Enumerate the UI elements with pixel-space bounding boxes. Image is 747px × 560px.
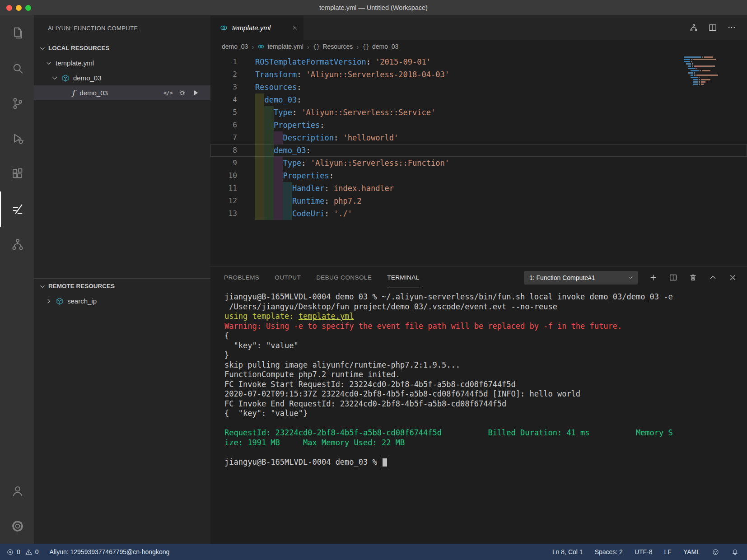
error-count-group: 0 xyxy=(6,548,20,556)
close-panel-icon[interactable] xyxy=(728,273,737,282)
terminal-line: FunctionCompute php7.2 runtime inited. xyxy=(224,370,741,380)
edit-event-code-icon[interactable]: </> xyxy=(163,89,173,96)
zoom-window-button[interactable] xyxy=(25,5,31,11)
tab-problems[interactable]: PROBLEMS xyxy=(224,267,259,288)
eol-status[interactable]: LF xyxy=(664,548,672,555)
status-bar-right: Ln 8, Col 1 Spaces: 2 UTF-8 LF YAML xyxy=(552,548,739,556)
editor-actions xyxy=(689,15,747,40)
code-line[interactable]: 12Runtime: php7.2 xyxy=(210,195,747,207)
run-debug-icon[interactable] xyxy=(0,121,34,156)
terminal-line: jiangyu@B-165MLVDL-0004 demo_03 % xyxy=(224,457,741,467)
aliyun-account-status[interactable]: Aliyun: 1295939377467795@cn-hongkong xyxy=(50,548,170,555)
window-controls xyxy=(6,0,31,15)
invoke-play-icon[interactable] xyxy=(192,89,200,97)
line-number: 6 xyxy=(210,119,237,131)
terminal-line: using template: template.yml xyxy=(224,312,741,322)
tab-template-yml[interactable]: template.yml xyxy=(210,15,303,40)
explorer-icon[interactable] xyxy=(0,15,34,51)
aliyun-function-compute-icon[interactable] xyxy=(0,191,34,227)
code-line[interactable]: 7Description: 'helloworld' xyxy=(210,131,747,144)
tab-output[interactable]: OUTPUT xyxy=(275,267,301,288)
line-number: 2 xyxy=(210,68,237,81)
tree-item-search-ip[interactable]: search_ip xyxy=(34,294,210,308)
tree-item-actions: </> xyxy=(163,89,210,97)
feedback-smiley-icon[interactable] xyxy=(712,548,719,556)
aliyun-file-icon xyxy=(219,23,228,32)
source-control-icon[interactable] xyxy=(0,86,34,121)
terminal-line: jiangyu@B-165MLVDL-0004 demo_03 % ~/.ali… xyxy=(224,292,741,302)
tab-close-icon[interactable] xyxy=(292,24,298,31)
extensions-icon[interactable] xyxy=(0,156,34,191)
code-line[interactable]: 11Handler: index.handler xyxy=(210,182,747,195)
split-editor-icon[interactable] xyxy=(708,23,717,32)
breadcrumb-item[interactable]: {} demo_03 xyxy=(362,43,398,50)
service-cube-icon xyxy=(61,74,70,82)
terminal-line xyxy=(224,448,741,457)
terminal-line: { "key": "value"} xyxy=(224,409,741,419)
line-number: 13 xyxy=(210,207,237,220)
terminal-instance-select[interactable]: 1: Function Compute#1 xyxy=(524,271,638,285)
local-resources-header[interactable]: LOCAL RESOURCES xyxy=(34,41,210,56)
object-symbol-icon: {} xyxy=(313,43,320,50)
breadcrumb-item[interactable]: demo_03 xyxy=(222,43,248,50)
tab-debug-console[interactable]: DEBUG CONSOLE xyxy=(316,267,372,288)
breadcrumb-separator: › xyxy=(356,43,359,51)
code-line[interactable]: 6Properties: xyxy=(210,119,747,131)
workbench: ALIYUN: FUNCTION COMPUTE LOCAL RESOURCES… xyxy=(0,15,747,544)
terminal-output[interactable]: jiangyu@B-165MLVDL-0004 demo_03 % ~/.ali… xyxy=(210,288,747,544)
code-editor[interactable]: 1ROSTemplateFormatVersion: '2015-09-01'2… xyxy=(210,53,747,266)
code-line[interactable]: 5Type: 'Aliyun::Serverless::Service' xyxy=(210,106,747,119)
breadcrumb: demo_03 › template.yml › {} Resources › … xyxy=(210,40,747,53)
tab-terminal[interactable]: TERMINAL xyxy=(387,267,419,288)
close-window-button[interactable] xyxy=(6,5,12,11)
tree-item-label: demo_03 xyxy=(73,74,102,82)
line-number: 10 xyxy=(210,169,237,182)
debug-bug-icon[interactable] xyxy=(178,89,186,97)
search-icon[interactable] xyxy=(0,51,34,86)
more-actions-icon[interactable] xyxy=(727,23,736,32)
breadcrumb-item[interactable]: {} Resources xyxy=(313,43,353,50)
line-number: 5 xyxy=(210,106,237,119)
kill-terminal-trash-icon[interactable] xyxy=(689,273,697,282)
chevron-right-icon xyxy=(45,298,52,305)
breadcrumb-item[interactable]: template.yml xyxy=(257,43,303,50)
tab-label: template.yml xyxy=(232,24,288,32)
chevron-down-icon xyxy=(39,45,46,52)
code-line[interactable]: 13CodeUri: './' xyxy=(210,207,747,220)
tree-item-service-demo03[interactable]: demo_03 xyxy=(34,70,210,85)
minimap[interactable] xyxy=(684,56,739,86)
maximize-panel-icon[interactable] xyxy=(709,273,717,282)
section-remote-resources: REMOTE RESOURCES search_ip xyxy=(34,278,210,308)
cursor-position-status[interactable]: Ln 8, Col 1 xyxy=(552,548,583,555)
terminal-line: { xyxy=(224,331,741,341)
accounts-icon[interactable] xyxy=(0,473,34,509)
indentation-status[interactable]: Spaces: 2 xyxy=(595,548,623,555)
code-line[interactable]: 9Type: 'Aliyun::Serverless::Function' xyxy=(210,157,747,169)
minimize-window-button[interactable] xyxy=(16,5,22,11)
deploy-topology-icon[interactable] xyxy=(0,227,34,262)
settings-gear-icon[interactable] xyxy=(0,509,34,544)
section-header-label: REMOTE RESOURCES xyxy=(48,283,115,289)
code-line[interactable]: 4demo_03: xyxy=(210,93,747,106)
code-line[interactable]: 2Transform: 'Aliyun::Serverless-2018-04-… xyxy=(210,68,747,81)
code-line[interactable]: 1ROSTemplateFormatVersion: '2015-09-01' xyxy=(210,56,747,68)
code-line[interactable]: 8demo_03: xyxy=(210,144,747,157)
terminal-instance-label: 1: Function Compute#1 xyxy=(529,274,595,281)
language-mode-status[interactable]: YAML xyxy=(683,548,700,555)
code-line[interactable]: 3Resources: xyxy=(210,81,747,93)
error-count: 0 xyxy=(17,548,20,555)
deploy-topology-icon[interactable] xyxy=(689,23,698,32)
chevron-down-icon xyxy=(51,75,58,82)
tree-item-function-demo03[interactable]: ƒ demo_03 </> xyxy=(34,85,210,100)
new-terminal-icon[interactable] xyxy=(649,273,658,282)
title-bar[interactable]: template.yml — Untitled (Workspace) xyxy=(0,0,747,15)
encoding-status[interactable]: UTF-8 xyxy=(635,548,653,555)
split-terminal-icon[interactable] xyxy=(669,273,677,282)
remote-resources-header[interactable]: REMOTE RESOURCES xyxy=(34,279,210,294)
notifications-bell-icon[interactable] xyxy=(731,548,739,556)
code-line[interactable]: 10Properties: xyxy=(210,169,747,182)
problems-status[interactable]: 0 0 xyxy=(6,548,39,556)
tree-item-template-yml[interactable]: template.yml xyxy=(34,56,210,70)
activity-bar xyxy=(0,15,34,544)
line-number: 9 xyxy=(210,157,237,169)
